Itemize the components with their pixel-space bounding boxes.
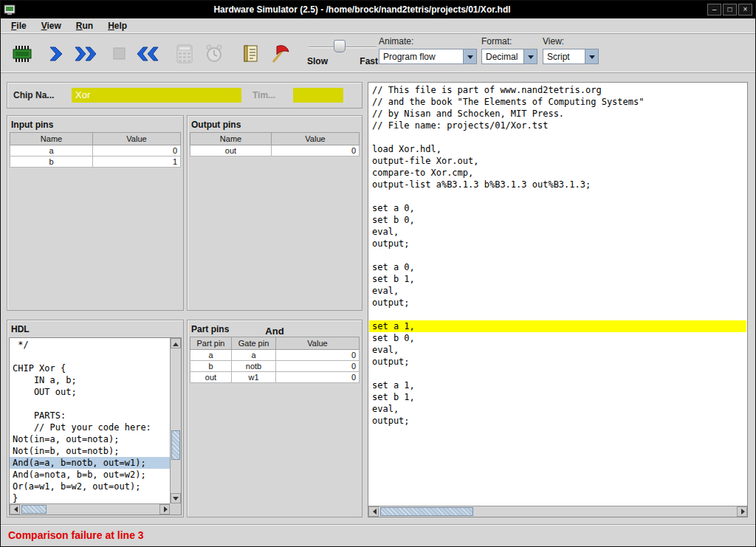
code-line: set a 0, <box>369 202 746 214</box>
window-title: Hardware Simulator (2.5) - /home/brock/n… <box>17 4 707 15</box>
chevron-down-icon[interactable] <box>463 49 476 63</box>
menu-file[interactable]: File <box>4 19 34 32</box>
chevron-down-icon[interactable] <box>585 49 598 63</box>
load-script-button[interactable] <box>237 40 265 68</box>
code-line: OUT out; <box>10 386 170 398</box>
script-panel[interactable]: // This file is part of www.nand2tetris.… <box>368 82 748 517</box>
scroll-up-button[interactable] <box>171 338 181 348</box>
code-line: set b 0, <box>369 332 746 344</box>
table-row[interactable]: a0 <box>10 145 181 156</box>
table-cell: a <box>190 350 232 361</box>
table-cell: 0 <box>93 145 181 156</box>
code-line: compare-to Xor.cmp, <box>369 167 746 179</box>
code-line: // and the book "The Elements of Computi… <box>369 96 746 108</box>
column-header: Value <box>272 133 360 145</box>
view-value: Script <box>543 49 585 63</box>
minimize-button[interactable]: – <box>707 4 721 16</box>
hdl-horizontal-scrollbar[interactable] <box>10 503 170 515</box>
table-cell: 0 <box>276 350 360 361</box>
scroll-thumb[interactable] <box>380 507 473 516</box>
slider-slow-label: Slow <box>307 56 328 66</box>
code-line <box>369 309 746 320</box>
stop-icon <box>111 46 128 62</box>
speed-slider[interactable]: Slow Fast <box>307 37 378 69</box>
clock-button[interactable] <box>200 40 228 68</box>
part-pins-panel: Part pins And Part pinGate pinValueaa0bn… <box>187 320 362 517</box>
table-cell: a <box>10 145 93 156</box>
code-line: set b 1, <box>369 391 746 403</box>
hdl-code-area[interactable]: */CHIP Xor { IN a, b; OUT out; PARTS: //… <box>9 337 182 515</box>
table-cell: 0 <box>272 145 360 156</box>
close-button[interactable]: × <box>738 4 752 16</box>
rewind-icon <box>135 44 160 63</box>
table-row[interactable]: out0 <box>190 145 360 156</box>
code-line: eval, <box>369 344 746 356</box>
stop-button[interactable] <box>106 40 134 68</box>
calculator-icon <box>176 44 193 64</box>
table-row[interactable]: bnotb0 <box>190 361 360 372</box>
load-chip-button[interactable] <box>8 40 36 68</box>
hardware-simulator-window: Hardware Simulator (2.5) - /home/brock/n… <box>0 0 756 547</box>
code-line: eval, <box>369 226 746 238</box>
code-line: eval, <box>369 403 746 415</box>
animate-select[interactable]: Program flow <box>379 49 477 64</box>
hdl-code: */CHIP Xor { IN a, b; OUT out; PARTS: //… <box>10 339 170 503</box>
run-button[interactable] <box>72 40 100 68</box>
column-header: Value <box>93 133 181 145</box>
code-line: */ <box>10 339 170 351</box>
code-line: // This file is part of www.nand2tetris.… <box>369 84 746 96</box>
hdl-panel: HDL */CHIP Xor { IN a, b; OUT out; PARTS… <box>7 320 184 517</box>
view-select[interactable]: Script <box>543 49 599 64</box>
scroll-left-button[interactable] <box>368 506 379 517</box>
time-field[interactable] <box>293 88 343 103</box>
table-cell: out <box>190 145 272 156</box>
chip-name-field[interactable]: Xor <box>72 88 241 103</box>
menu-help[interactable]: Help <box>100 19 134 32</box>
column-header: Name <box>10 133 93 145</box>
code-line: // Put your code here: <box>10 422 170 433</box>
script-horizontal-scrollbar[interactable] <box>368 506 747 517</box>
code-line: set a 0, <box>369 261 746 273</box>
chip-name-label: Chip Na... <box>13 90 54 100</box>
table-row[interactable]: aa0 <box>190 350 360 361</box>
chip-icon <box>11 44 33 64</box>
code-line: eval, <box>369 285 746 297</box>
table-row[interactable]: b1 <box>10 156 181 168</box>
code-line: Not(in=b, out=notb); <box>10 445 170 457</box>
scroll-left-button[interactable] <box>10 504 20 515</box>
table-row[interactable]: outw10 <box>190 372 360 383</box>
scroll-right-button[interactable] <box>737 506 747 517</box>
code-line <box>369 368 746 379</box>
code-line: output; <box>369 356 746 368</box>
scroll-thumb[interactable] <box>171 430 180 460</box>
part-name-label: And <box>265 326 284 337</box>
scroll-right-button[interactable] <box>159 504 170 515</box>
maximize-button[interactable]: □ <box>723 4 737 16</box>
script-code: // This file is part of www.nand2tetris.… <box>369 84 746 506</box>
calculator-button[interactable] <box>171 40 199 68</box>
code-line: set b 0, <box>369 214 746 226</box>
menu-run[interactable]: Run <box>69 19 100 32</box>
run-icon <box>73 44 98 63</box>
code-line: // by Nisan and Schocken, MIT Press. <box>369 108 746 120</box>
table-cell: w1 <box>232 372 276 383</box>
table-cell: a <box>232 350 276 361</box>
slider-thumb[interactable] <box>334 40 346 52</box>
rewind-button[interactable] <box>134 40 162 68</box>
code-line: } <box>10 492 170 503</box>
code-line: // File name: projects/01/Xor.tst <box>369 120 746 131</box>
menubar: FileViewRunHelp <box>1 18 755 34</box>
chevron-down-icon[interactable] <box>523 49 537 63</box>
script-icon <box>241 44 261 64</box>
breakpoints-button[interactable] <box>265 40 293 68</box>
scroll-down-button[interactable] <box>171 493 181 503</box>
menu-view[interactable]: View <box>34 19 69 32</box>
highlighted-code-line: set a 1, <box>369 320 746 332</box>
format-select[interactable]: Decimal <box>481 49 537 64</box>
single-step-button[interactable] <box>42 40 70 68</box>
scroll-thumb[interactable] <box>21 505 47 514</box>
table-cell: 0 <box>276 361 360 372</box>
column-header: Value <box>276 337 360 350</box>
code-line: output; <box>369 415 746 427</box>
hdl-vertical-scrollbar[interactable] <box>170 338 181 503</box>
